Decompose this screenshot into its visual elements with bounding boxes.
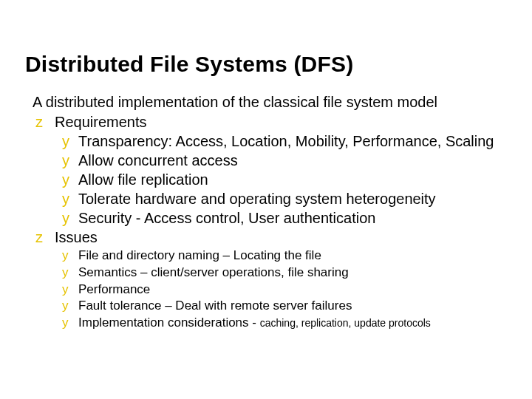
list-item: Fault tolerance – Deal with remote serve…: [55, 298, 507, 314]
issues-label: Issues: [55, 229, 98, 245]
issues-sublist: File and directory naming – Locating the…: [55, 248, 507, 331]
list-item: File and directory naming – Locating the…: [55, 248, 507, 264]
list-item: Tolerate hardware and operating system h…: [55, 190, 507, 208]
requirements-item: Requirements Transparency: Access, Locat…: [25, 113, 507, 228]
slide-title: Distributed File Systems (DFS): [25, 52, 507, 77]
list-item: Allow file replication: [55, 171, 507, 189]
list-item: Semantics – client/server operations, fi…: [55, 265, 507, 281]
top-list: Requirements Transparency: Access, Locat…: [25, 113, 507, 331]
list-item: Security - Access control, User authenti…: [55, 209, 507, 228]
impl-prefix: Implementation considerations -: [78, 316, 260, 330]
requirements-sublist: Transparency: Access, Location, Mobility…: [55, 132, 507, 228]
issues-item: Issues File and directory naming – Locat…: [25, 228, 507, 331]
impl-suffix: caching, replication, update protocols: [260, 317, 431, 329]
list-item: Allow concurrent access: [55, 151, 507, 170]
list-item: Implementation considerations - caching,…: [55, 315, 507, 331]
intro-text: A distributed implementation of the clas…: [33, 93, 507, 112]
requirements-label: Requirements: [55, 114, 147, 130]
slide: Distributed File Systems (DFS) A distrib…: [0, 0, 532, 331]
list-item: Performance: [55, 282, 507, 298]
list-item: Transparency: Access, Location, Mobility…: [55, 132, 507, 151]
